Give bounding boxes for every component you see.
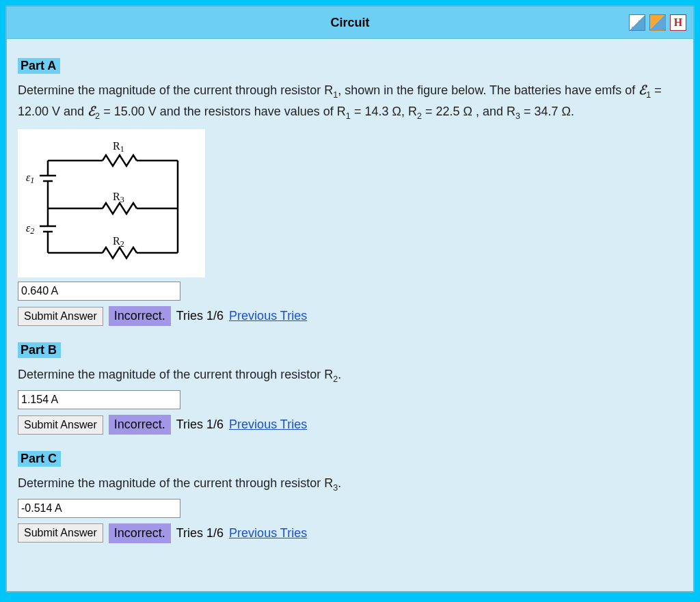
part-c-answer-input[interactable] (18, 499, 180, 518)
r1-value: 14.3 Ω (364, 105, 401, 118)
svg-text:ε2: ε2 (26, 222, 34, 236)
text: 1 (346, 111, 351, 120)
part-a-answer-input[interactable] (18, 282, 180, 301)
content-area: Part A Determine the magnitude of the cu… (7, 39, 693, 560)
text: . (571, 105, 574, 118)
part-c-submit-button[interactable]: Submit Answer (18, 523, 103, 543)
part-a-tries: Tries 1/6 (176, 309, 224, 323)
part-c-status-badge: Incorrect. (109, 523, 171, 543)
text: Determine the magnitude of the current t… (18, 368, 333, 381)
text: = (100, 105, 114, 118)
text: Determine the magnitude of the current t… (18, 476, 333, 490)
text: , shown in the figure below. The batteri… (338, 83, 638, 97)
book-icon[interactable] (649, 14, 666, 31)
part-b-status-badge: Incorrect. (109, 415, 171, 435)
text: and (60, 105, 88, 118)
part-b-prompt: Determine the magnitude of the current t… (18, 365, 682, 386)
part-a-submit-row: Submit Answer Incorrect. Tries 1/6 Previ… (18, 306, 682, 326)
part-c-tries: Tries 1/6 (176, 526, 224, 541)
part-c-submit-row: Submit Answer Incorrect. Tries 1/6 Previ… (18, 523, 682, 543)
text: . (338, 368, 341, 381)
text: 3 (515, 111, 520, 120)
text: 2 (417, 111, 422, 120)
text: and the resistors have values of R (157, 105, 346, 118)
part-b-tries: Tries 1/6 (176, 418, 224, 432)
part-b-submit-button[interactable]: Submit Answer (18, 415, 103, 435)
svg-text:R2: R2 (113, 235, 124, 249)
text: = (351, 105, 365, 118)
part-a-previous-tries-link[interactable]: Previous Tries (229, 309, 307, 323)
text: = (520, 105, 535, 118)
part-b-submit-row: Submit Answer Incorrect. Tries 1/6 Previ… (18, 415, 682, 435)
part-b-label: Part B (18, 342, 61, 358)
part-c-label: Part C (18, 451, 61, 467)
svg-text:R3: R3 (113, 191, 124, 204)
text: Determine the magnitude of the current t… (18, 83, 333, 97)
text: = (651, 83, 662, 97)
svg-text:R1: R1 (113, 140, 124, 154)
emf-symbol: ℰ (88, 105, 95, 118)
page-title: Circuit (7, 16, 693, 30)
history-icon[interactable]: H (670, 14, 686, 31)
part-a-submit-button[interactable]: Submit Answer (18, 307, 103, 326)
part-b-previous-tries-link[interactable]: Previous Tries (229, 418, 307, 432)
ruler-icon[interactable] (629, 14, 645, 31)
title-bar: Circuit H (7, 7, 693, 39)
text: , and R (476, 105, 515, 118)
part-b-answer-input[interactable] (18, 390, 180, 409)
r3-value: 34.7 Ω (535, 105, 571, 118)
part-a-prompt: Determine the magnitude of the current t… (18, 81, 682, 122)
text: , R (401, 105, 417, 118)
circuit-diagram: R1 R3 R2 ε1 ε2 (18, 129, 205, 277)
part-c-prompt: Determine the magnitude of the current t… (18, 474, 682, 495)
part-c-previous-tries-link[interactable]: Previous Tries (229, 526, 307, 541)
r2-value: 22.5 Ω (435, 105, 472, 118)
emf1-value: 12.00 V (18, 105, 60, 118)
text: = (422, 105, 436, 118)
part-a-status-badge: Incorrect. (109, 306, 171, 326)
title-bar-icons: H (629, 14, 686, 31)
part-a-label: Part A (18, 58, 60, 74)
text: . (338, 476, 341, 490)
emf2-value: 15.00 V (114, 105, 157, 118)
emf-symbol: ℰ (638, 83, 646, 97)
svg-text:ε1: ε1 (26, 172, 34, 185)
problem-frame: Circuit H Part A Determine the magnitude… (5, 5, 695, 592)
